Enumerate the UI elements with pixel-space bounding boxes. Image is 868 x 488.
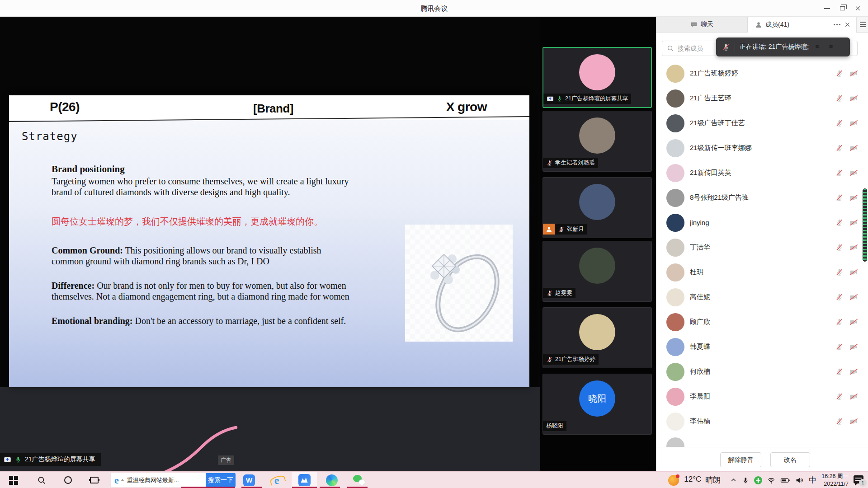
collapse-panel-button[interactable] [856, 17, 868, 33]
camera-off-icon[interactable] [849, 218, 859, 227]
member-name: 21广告王艺瑾 [690, 94, 830, 103]
camera-off-icon[interactable] [849, 343, 859, 351]
member-row[interactable]: 21级广告班丁佳艺 [656, 111, 868, 136]
mic-muted-icon[interactable] [835, 69, 844, 78]
camera-off-icon[interactable] [849, 169, 859, 177]
video-thumbnail[interactable]: 晓阳 杨晓阳 [542, 374, 652, 435]
member-row[interactable]: 21级新传一班李娜娜 [656, 136, 868, 160]
rename-button[interactable]: 改名 [770, 452, 810, 467]
member-row[interactable]: 顾广欣 [656, 310, 868, 334]
mic-muted-icon[interactable] [835, 243, 844, 252]
battery-icon[interactable] [780, 476, 790, 484]
tencent-meeting-icon [298, 474, 311, 486]
mic-active-icon [14, 456, 22, 463]
camera-off-icon[interactable] [849, 367, 859, 376]
member-row[interactable]: 21广告王艺瑾 [656, 86, 868, 111]
mic-muted-icon[interactable] [835, 94, 844, 103]
member-row[interactable]: jinying [656, 210, 868, 235]
volume-icon[interactable] [795, 476, 804, 484]
unmute-button[interactable]: 解除静音 [720, 452, 761, 467]
taskbar-app-edge[interactable] [319, 472, 344, 488]
mic-muted-icon[interactable] [835, 293, 844, 301]
weather-icon[interactable] [668, 475, 679, 486]
emotional-text: Don't be an accessory to marriage, just … [132, 316, 346, 326]
mic-muted-icon[interactable] [835, 392, 844, 401]
member-row[interactable] [656, 434, 868, 447]
task-view-button[interactable] [85, 472, 103, 488]
member-row[interactable]: 8号张翔21级广告班 [656, 185, 868, 210]
video-thumbnail[interactable]: 学生记者刘璐瑶 [542, 111, 652, 172]
member-row[interactable]: 杜玥 [656, 260, 868, 285]
taskbar-search-button[interactable] [33, 472, 51, 488]
notification-center-button[interactable]: 1 [854, 475, 865, 486]
member-row[interactable]: 21新传田英英 [656, 160, 868, 185]
browser-search-widget[interactable]: e 重温经典网站最新... 搜索一下 [111, 473, 236, 487]
mic-muted-icon[interactable] [835, 318, 844, 326]
video-thumbnail-sharer[interactable]: 21广告杨烨瑄的屏幕共享 [542, 47, 652, 108]
scrollbar-thumb[interactable] [863, 188, 867, 262]
member-name: 8号张翔21级广告班 [690, 193, 830, 202]
member-row[interactable]: 韩夏蝶 [656, 334, 868, 359]
panel-close-button[interactable] [844, 21, 851, 28]
member-row[interactable]: 李伟楠 [656, 409, 868, 434]
taskbar-app-wechat[interactable] [347, 472, 372, 488]
member-name: 李晨阳 [690, 392, 830, 401]
mic-muted-icon[interactable] [835, 169, 844, 177]
member-row[interactable]: 丁洁华 [656, 235, 868, 260]
camera-off-icon[interactable] [849, 69, 859, 78]
video-thumbnail[interactable]: 张新月 [542, 177, 652, 238]
antivirus-360-icon[interactable] [754, 476, 762, 484]
camera-off-icon[interactable] [849, 392, 859, 401]
search-widget-button[interactable]: 搜索一下 [206, 473, 236, 487]
mic-muted-icon[interactable] [835, 144, 844, 152]
restore-button[interactable] [835, 2, 850, 15]
speaking-toast-text: 正在讲话: 21广告杨烨瑄; [740, 43, 809, 51]
weather-widget[interactable]: 12°C 晴朗 [684, 475, 721, 485]
camera-off-icon[interactable] [849, 293, 859, 301]
tray-expand-icon[interactable] [730, 477, 737, 483]
minimize-button[interactable] [819, 2, 835, 15]
mic-muted-icon[interactable] [835, 218, 844, 227]
taskbar-clock[interactable]: 16:26 周一 2022/11/7 [821, 473, 849, 488]
camera-off-icon[interactable] [849, 193, 859, 202]
tab-members[interactable]: 成员(41) [748, 17, 856, 33]
member-row[interactable]: 21广告班杨婷婷 [656, 61, 868, 86]
taskbar-app-meeting[interactable] [292, 472, 317, 488]
camera-off-icon[interactable] [849, 243, 859, 252]
member-row[interactable]: 高佳妮 [656, 285, 868, 310]
ime-indicator[interactable]: 中 [809, 475, 816, 485]
camera-off-icon[interactable] [849, 144, 859, 152]
camera-off-icon[interactable] [849, 268, 859, 277]
camera-off-icon[interactable] [849, 417, 859, 426]
avatar [666, 189, 684, 207]
video-thumbnail[interactable]: 赵雯雯 [542, 241, 652, 302]
tab-chat[interactable]: 聊天 [656, 17, 748, 33]
mic-muted-icon[interactable] [835, 268, 844, 277]
start-button[interactable] [5, 472, 23, 488]
video-thumbnail[interactable]: 21广告班杨婷婷 [542, 307, 652, 368]
member-row[interactable]: 李晨阳 [656, 384, 868, 409]
search-icon [667, 45, 674, 52]
panel-footer: 解除静音 改名 [656, 447, 868, 471]
app-window: 腾讯会议 广告 P(26) [Brand] X grow Strategy [0, 0, 868, 488]
more-options-button[interactable] [834, 24, 840, 25]
member-row[interactable]: 何欣楠 [656, 359, 868, 384]
avatar [666, 437, 684, 447]
network-icon[interactable] [767, 476, 775, 484]
emotional-branding-paragraph: Emotional branding: Don't be an accessor… [52, 315, 359, 326]
tray-mic-icon[interactable] [742, 477, 749, 484]
taskbar-app-ie[interactable]: e [264, 472, 289, 488]
search-widget-query[interactable]: 重温经典网站最新... [127, 476, 206, 484]
mic-muted-icon[interactable] [835, 417, 844, 426]
member-name: 韩夏蝶 [690, 343, 830, 351]
taskbar-app-wps[interactable]: W [236, 472, 262, 488]
close-button[interactable] [850, 2, 865, 15]
camera-off-icon[interactable] [849, 94, 859, 103]
mic-muted-icon[interactable] [835, 193, 844, 202]
camera-off-icon[interactable] [849, 318, 859, 326]
mic-muted-icon[interactable] [835, 367, 844, 376]
mic-muted-icon[interactable] [835, 343, 844, 351]
cortana-button[interactable] [59, 472, 77, 488]
camera-off-icon[interactable] [849, 119, 859, 127]
mic-muted-icon[interactable] [835, 119, 844, 127]
